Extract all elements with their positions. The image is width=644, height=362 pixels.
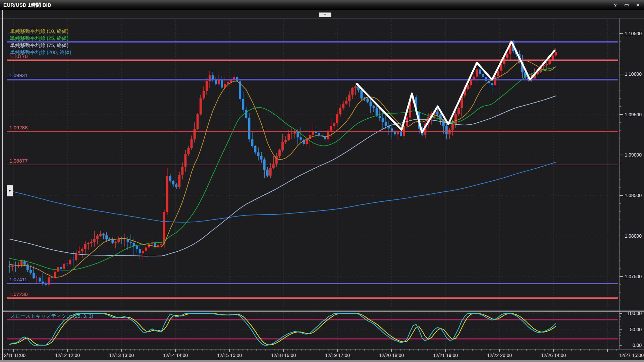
chart-region: 単純移動平均線 (10, 終値) 単純移動平均線 (25, 終値) 単純移動平均… [0, 0, 644, 362]
chart-canvas[interactable] [0, 0, 644, 362]
help-button[interactable]: ? [612, 2, 619, 8]
chart-window: 単純移動平均線 (10, 終値) 単純移動平均線 (25, 終値) 単純移動平均… [0, 0, 644, 362]
titlebar-controls: ? ▭ ✕ [612, 0, 641, 10]
stoch-plot-area[interactable] [7, 311, 618, 349]
chevron-down-icon: ▼ [324, 13, 326, 16]
window-title: EUR/USD 1時間 BID [0, 2, 51, 8]
maximize-button[interactable]: ▭ [623, 2, 630, 8]
chevron-right-icon: ▶ [9, 189, 11, 192]
titlebar: EUR/USD 1時間 BID ? ▭ ✕ [0, 0, 644, 10]
collapse-panel-button[interactable]: ▼ [319, 12, 331, 17]
expand-panel-button[interactable]: ▶ [7, 185, 13, 196]
close-button[interactable]: ✕ [635, 2, 641, 8]
main-plot-area[interactable] [7, 18, 618, 304]
